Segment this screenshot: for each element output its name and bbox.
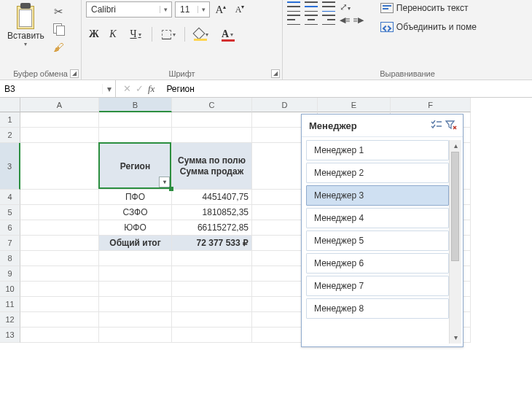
- pivot-row-region[interactable]: ПФО: [99, 190, 172, 205]
- cancel-button[interactable]: ✕: [123, 83, 131, 94]
- pivot-row-region[interactable]: ЮФО: [99, 220, 172, 236]
- row-header-6[interactable]: 6: [0, 220, 20, 236]
- cell[interactable]: [172, 327, 252, 343]
- pivot-row-value[interactable]: 66115272,85: [172, 220, 252, 236]
- cell[interactable]: [99, 128, 172, 143]
- column-header-F[interactable]: F: [391, 98, 471, 112]
- decrease-font-button[interactable]: A▾: [232, 1, 248, 18]
- orientation-button[interactable]: ⤢▾: [340, 1, 351, 12]
- pivot-header-sum[interactable]: Сумма по полю Сумма продаж: [172, 143, 252, 190]
- cell[interactable]: [20, 112, 99, 128]
- slicer-item[interactable]: Менеджер 3: [306, 185, 449, 206]
- cell[interactable]: [172, 312, 252, 327]
- slicer-item[interactable]: Менеджер 4: [306, 208, 449, 228]
- cell[interactable]: [20, 220, 99, 236]
- pivot-filter-button[interactable]: ▾: [159, 177, 170, 187]
- cell[interactable]: [99, 251, 172, 266]
- cut-button[interactable]: ✂: [52, 4, 66, 19]
- formula-input[interactable]: [162, 80, 532, 97]
- row-header-8[interactable]: 8: [0, 251, 20, 266]
- cell[interactable]: [99, 282, 172, 297]
- slicer[interactable]: Менеджер Менеджер 1Менеджер 2Менеджер 3М…: [301, 114, 463, 347]
- cell[interactable]: [20, 251, 99, 266]
- slicer-item[interactable]: Менеджер 1: [306, 140, 449, 160]
- align-center-button[interactable]: [305, 15, 318, 25]
- font-color-button[interactable]: A▾: [216, 26, 239, 42]
- cell[interactable]: [20, 282, 99, 297]
- column-header-B[interactable]: B: [99, 98, 172, 112]
- row-header-5[interactable]: 5: [0, 205, 20, 220]
- merge-cells-button[interactable]: Объединить и поме: [379, 20, 478, 34]
- row-header-2[interactable]: 2: [0, 128, 20, 143]
- cell[interactable]: [172, 282, 252, 297]
- select-all-corner[interactable]: [0, 98, 20, 112]
- cell[interactable]: [20, 266, 99, 282]
- format-painter-button[interactable]: 🖌: [52, 39, 66, 54]
- row-header-13[interactable]: 13: [0, 327, 20, 343]
- font-name-combo[interactable]: Calibri ▾: [86, 1, 172, 18]
- cell[interactable]: [99, 297, 172, 312]
- chevron-down-icon[interactable]: ▾: [102, 84, 115, 94]
- cell[interactable]: [99, 312, 172, 327]
- pivot-header-region[interactable]: Регион▾: [99, 143, 172, 190]
- copy-button[interactable]: [52, 22, 66, 36]
- cell[interactable]: [172, 112, 252, 128]
- pivot-total-value[interactable]: 72 377 533 ₽: [172, 236, 252, 251]
- cell[interactable]: [172, 266, 252, 282]
- cell[interactable]: [99, 266, 172, 282]
- align-left-button[interactable]: [287, 15, 300, 25]
- fx-button[interactable]: fx: [148, 83, 154, 95]
- row-header-11[interactable]: 11: [0, 297, 20, 312]
- clear-filter-button[interactable]: [444, 119, 458, 132]
- pivot-row-value[interactable]: 4451407,75: [172, 190, 252, 205]
- row-header-10[interactable]: 10: [0, 282, 20, 297]
- paste-button[interactable]: Вставить ▾: [4, 1, 47, 49]
- row-header-4[interactable]: 4: [0, 190, 20, 205]
- slicer-scrollbar[interactable]: ▴ ▾: [449, 140, 461, 344]
- increase-indent-button[interactable]: ≡▶: [353, 15, 363, 25]
- cell-reference-input[interactable]: [0, 84, 102, 94]
- italic-button[interactable]: К: [105, 26, 121, 42]
- cell[interactable]: [20, 143, 99, 190]
- cell[interactable]: [99, 112, 172, 128]
- decrease-indent-button[interactable]: ◀≡: [340, 15, 350, 25]
- bold-button[interactable]: Ж: [86, 26, 102, 42]
- fill-color-button[interactable]: ▾: [189, 26, 213, 42]
- cell[interactable]: [20, 128, 99, 143]
- wrap-text-button[interactable]: Переносить текст: [379, 1, 478, 15]
- cell[interactable]: [172, 251, 252, 266]
- slicer-item[interactable]: Менеджер 7: [306, 276, 449, 296]
- cell[interactable]: [20, 297, 99, 312]
- pivot-total-label[interactable]: Общий итог: [99, 236, 172, 251]
- scroll-down-button[interactable]: ▾: [454, 332, 458, 344]
- align-middle-button[interactable]: [305, 1, 318, 12]
- align-bottom-button[interactable]: [322, 1, 335, 12]
- pivot-row-value[interactable]: 1810852,35: [172, 205, 252, 220]
- cell[interactable]: [20, 312, 99, 327]
- pivot-row-region[interactable]: СЗФО: [99, 205, 172, 220]
- slicer-item[interactable]: Менеджер 2: [306, 163, 449, 183]
- cell[interactable]: [99, 327, 172, 343]
- confirm-button[interactable]: ✓: [136, 83, 144, 94]
- scroll-up-button[interactable]: ▴: [454, 140, 458, 152]
- row-header-1[interactable]: 1: [0, 112, 20, 128]
- row-header-3[interactable]: 3: [0, 143, 20, 190]
- column-header-D[interactable]: D: [252, 98, 318, 112]
- cell[interactable]: [172, 297, 252, 312]
- cell[interactable]: [172, 128, 252, 143]
- clipboard-launcher[interactable]: ◢: [70, 69, 79, 78]
- row-header-12[interactable]: 12: [0, 312, 20, 327]
- cell[interactable]: [20, 327, 99, 343]
- column-header-A[interactable]: A: [20, 98, 99, 112]
- row-header-9[interactable]: 9: [0, 266, 20, 282]
- slicer-item[interactable]: Менеджер 5: [306, 230, 449, 251]
- font-size-combo[interactable]: 11 ▾: [175, 1, 210, 18]
- borders-button[interactable]: ▾: [157, 26, 180, 42]
- cell[interactable]: [20, 205, 99, 220]
- slicer-item[interactable]: Менеджер 6: [306, 253, 449, 274]
- column-header-E[interactable]: E: [318, 98, 391, 112]
- multi-select-button[interactable]: [429, 119, 444, 132]
- cell[interactable]: [20, 236, 99, 251]
- fill-handle[interactable]: [169, 187, 173, 191]
- cell[interactable]: [20, 190, 99, 205]
